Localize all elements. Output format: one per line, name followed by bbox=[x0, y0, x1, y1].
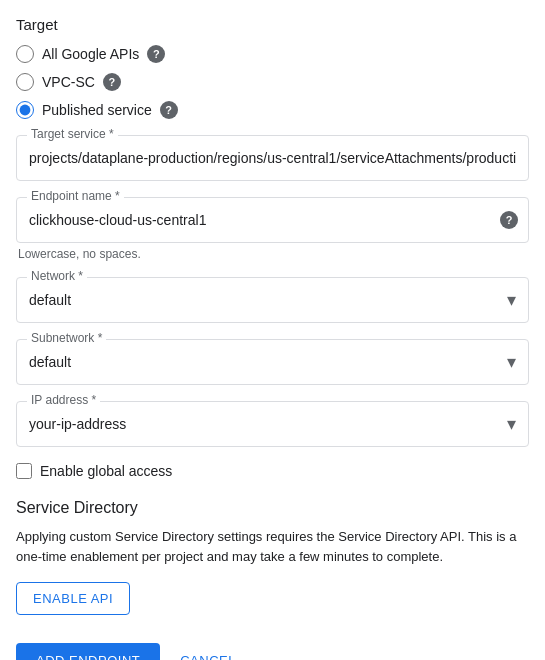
service-directory-section: Service Directory Applying custom Servic… bbox=[16, 499, 529, 635]
service-directory-title: Service Directory bbox=[16, 499, 529, 517]
target-service-input[interactable] bbox=[17, 136, 528, 180]
action-buttons: ADD ENDPOINT CANCEL bbox=[16, 643, 529, 660]
help-icon-all-google-apis[interactable]: ? bbox=[147, 45, 165, 63]
radio-vpc-sc[interactable] bbox=[16, 73, 34, 91]
radio-label-vpc-sc: VPC-SC bbox=[42, 74, 95, 90]
target-label: Target bbox=[16, 16, 529, 33]
network-field: Network * default ▾ bbox=[16, 277, 529, 323]
cancel-button[interactable]: CANCEL bbox=[176, 643, 240, 660]
ip-address-select-wrapper: your-ip-address ▾ bbox=[17, 402, 528, 446]
endpoint-name-hint: Lowercase, no spaces. bbox=[16, 247, 529, 261]
endpoint-name-input[interactable] bbox=[17, 198, 528, 242]
ip-address-field: IP address * your-ip-address ▾ bbox=[16, 401, 529, 447]
radio-label-all-google-apis: All Google APIs bbox=[42, 46, 139, 62]
radio-all-google-apis[interactable] bbox=[16, 45, 34, 63]
target-service-label: Target service * bbox=[27, 127, 118, 141]
subnetwork-select-wrapper: default ▾ bbox=[17, 340, 528, 384]
enable-global-access-checkbox[interactable] bbox=[16, 463, 32, 479]
radio-item-vpc-sc[interactable]: VPC-SC ? bbox=[16, 73, 529, 91]
enable-api-button[interactable]: ENABLE API bbox=[16, 582, 130, 615]
radio-label-published-service: Published service bbox=[42, 102, 152, 118]
radio-item-published-service[interactable]: Published service ? bbox=[16, 101, 529, 119]
subnetwork-field: Subnetwork * default ▾ bbox=[16, 339, 529, 385]
help-icon-vpc-sc[interactable]: ? bbox=[103, 73, 121, 91]
radio-item-all-google-apis[interactable]: All Google APIs ? bbox=[16, 45, 529, 63]
target-section: Target All Google APIs ? VPC-SC ? Publis… bbox=[16, 16, 529, 479]
enable-global-access-label: Enable global access bbox=[40, 463, 172, 479]
subnetwork-select[interactable]: default bbox=[17, 340, 528, 384]
target-service-field: Target service * bbox=[16, 135, 529, 181]
service-directory-description: Applying custom Service Directory settin… bbox=[16, 527, 529, 566]
help-icon-endpoint-name[interactable]: ? bbox=[500, 211, 518, 229]
endpoint-name-field: Endpoint name * ? bbox=[16, 197, 529, 243]
radio-published-service[interactable] bbox=[16, 101, 34, 119]
network-select-wrapper: default ▾ bbox=[17, 278, 528, 322]
add-endpoint-button[interactable]: ADD ENDPOINT bbox=[16, 643, 160, 660]
radio-group: All Google APIs ? VPC-SC ? Published ser… bbox=[16, 45, 529, 119]
endpoint-name-label: Endpoint name * bbox=[27, 189, 124, 203]
help-icon-published-service[interactable]: ? bbox=[160, 101, 178, 119]
network-select[interactable]: default bbox=[17, 278, 528, 322]
ip-address-select[interactable]: your-ip-address bbox=[17, 402, 528, 446]
enable-global-access-item[interactable]: Enable global access bbox=[16, 463, 529, 479]
